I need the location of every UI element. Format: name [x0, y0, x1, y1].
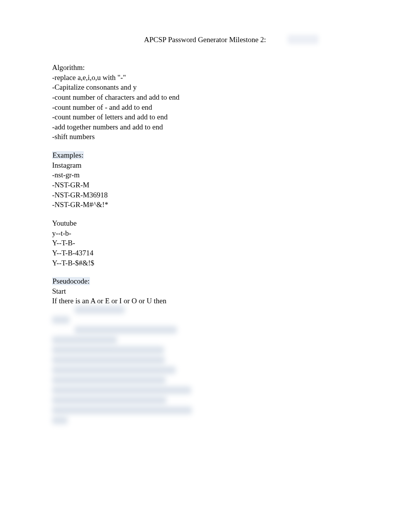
blurred-line — [52, 356, 165, 364]
example-line: y--t-b- — [52, 228, 358, 238]
blurred-line — [52, 366, 176, 374]
example-line: -nst-gr-m — [52, 170, 358, 180]
blurred-line — [52, 406, 192, 414]
blurred-line — [52, 396, 166, 404]
pseudocode-heading-text: Pseudocode: — [52, 277, 90, 285]
pseudocode-section: Pseudocode: Start If there is an A or E … — [52, 276, 358, 306]
algorithm-line: -shift numbers — [52, 132, 358, 142]
title-blur-decoration — [288, 35, 319, 44]
blurred-line — [52, 346, 164, 354]
blurred-line — [52, 376, 166, 384]
blurred-line — [52, 416, 68, 424]
algorithm-line: -count number of - and add to end — [52, 102, 358, 112]
blurred-line — [75, 326, 177, 334]
example-line: Y--T-B-$#&!$ — [52, 258, 358, 268]
algorithm-line: -Capitalize consonants and y — [52, 82, 358, 92]
example-name: Youtube — [52, 218, 358, 228]
blurred-line — [52, 336, 117, 344]
algorithm-section: Algorithm: -replace a,e,i,o,u with "-" -… — [52, 63, 358, 142]
example-line: -NST-GR-M — [52, 180, 358, 190]
pseudocode-line: Start — [52, 286, 358, 296]
blurred-line — [52, 386, 191, 394]
algorithm-line: -count number of characters and add to e… — [52, 92, 358, 102]
algorithm-line: -replace a,e,i,o,u with "-" — [52, 73, 358, 83]
blurred-line — [75, 306, 125, 314]
blurred-line — [52, 316, 69, 324]
pseudocode-heading: Pseudocode: — [52, 276, 358, 286]
example-line: Y--T-B-43714 — [52, 248, 358, 258]
examples-section-2: Youtube y--t-b- Y--T-B- Y--T-B-43714 Y--… — [52, 218, 358, 268]
algorithm-line: -add together numbers and add to end — [52, 122, 358, 132]
example-line: Y--T-B- — [52, 238, 358, 248]
examples-heading: Examples: — [52, 150, 358, 160]
page-title: APCSP Password Generator Milestone 2: — [52, 36, 358, 44]
pseudocode-line: If there is an A or E or I or O or U the… — [52, 296, 358, 306]
example-name: Instagram — [52, 160, 358, 170]
algorithm-heading: Algorithm: — [52, 63, 358, 73]
examples-heading-text: Examples: — [52, 151, 84, 159]
example-line: -NST-GR-M36918 — [52, 190, 358, 200]
algorithm-line: -count number of letters and add to end — [52, 112, 358, 122]
examples-section: Examples: Instagram -nst-gr-m -NST-GR-M … — [52, 150, 358, 210]
example-line: -NST-GR-M#^&!* — [52, 200, 358, 210]
title-text: APCSP Password Generator Milestone 2: — [144, 36, 266, 44]
